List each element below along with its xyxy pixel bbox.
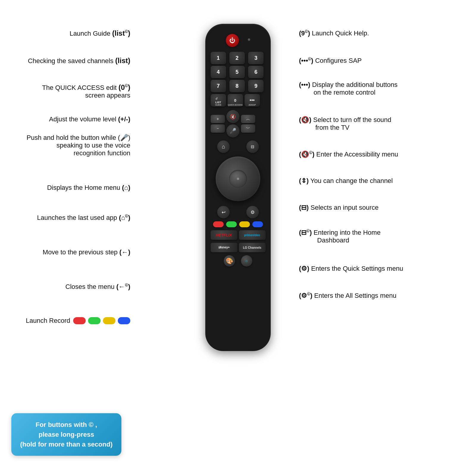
- annotation-close-menu-text: Closes the menu (←©): [65, 283, 130, 290]
- annotation-home-menu-text: Displays the Home menu (⌂): [47, 184, 130, 191]
- annotation-home-dashboard-text: (⊟©) Entering into the Home Dashboard: [299, 229, 381, 244]
- ch-up-button[interactable]: ︿: [241, 115, 255, 123]
- info-box-line3: (hold for more than a second): [18, 439, 114, 449]
- red-button[interactable]: [213, 221, 224, 227]
- scroll-dot: [237, 178, 239, 180]
- info-box-line2: please long-press: [18, 430, 114, 439]
- btn-9[interactable]: 9: [248, 80, 264, 92]
- annotation-accessibility: (🔇©) Enter the Accessibility menu: [299, 150, 448, 158]
- input-button[interactable]: ⊟: [246, 140, 259, 153]
- info-box-line1: For buttons with © ,: [18, 420, 114, 430]
- lg-channels-button[interactable]: LG Channels: [239, 243, 266, 252]
- btn-3[interactable]: 3: [248, 52, 264, 64]
- streaming-row-1: NETFLIX primevideo: [211, 230, 266, 240]
- annotation-volume-text: Adjust the volume level (+/-): [49, 115, 130, 123]
- btn-5[interactable]: 5: [229, 66, 245, 78]
- alexa-button[interactable]: ○: [241, 255, 252, 267]
- scroll-inner: [229, 170, 247, 188]
- record-red: [73, 317, 86, 324]
- info-box: For buttons with © , please long-press (…: [11, 413, 121, 456]
- mic-button[interactable]: 🎤: [226, 124, 239, 137]
- annotation-launch-guide-text: Launch Guide (list©): [70, 30, 130, 37]
- prime-video-button[interactable]: primevideo: [239, 230, 266, 240]
- annotation-checking-channels-text: Checking the saved channels (list): [28, 57, 130, 65]
- assistant-row: 🎨 ○: [211, 255, 266, 267]
- btn-1[interactable]: 1: [211, 52, 226, 64]
- green-button[interactable]: [226, 221, 237, 227]
- record-yellow: [103, 317, 115, 324]
- annotation-quick-settings: (⚙) Enters the Quick Settings menu: [299, 265, 448, 273]
- annotation-mute-text: (🔇) Select to turn off the sound from th…: [299, 116, 391, 131]
- record-blue: [118, 317, 130, 324]
- annotation-prev-step-text: Move to the previous step (←): [43, 248, 130, 256]
- volume-channel-area: ＋ － 🔇 🎤 ︿ ﹀: [211, 110, 266, 137]
- power-button[interactable]: [226, 34, 239, 47]
- btn-6[interactable]: 6: [248, 66, 264, 78]
- btn-4[interactable]: 4: [211, 66, 226, 78]
- annotation-change-channel-text: (⇕) You can change the channel: [299, 177, 393, 184]
- btn-8[interactable]: 8: [229, 80, 245, 92]
- annotation-configures-sap-text: (•••©) Configures SAP: [299, 57, 362, 64]
- vol-up-button[interactable]: ＋: [211, 115, 225, 123]
- annotation-all-settings: (⚙©) Enters the All Settings menu: [299, 292, 448, 300]
- color-buttons: [211, 221, 266, 227]
- annotation-voice-text: Push and hold the button while (🎤)speaki…: [26, 134, 130, 157]
- streaming-row-2: 𝒟isney+ LG Channels: [211, 243, 266, 252]
- annotation-configures-sap: (•••©) Configures SAP: [299, 57, 448, 65]
- home-button[interactable]: ⌂: [217, 140, 230, 153]
- annotation-change-channel: (⇕) You can change the channel: [299, 177, 448, 185]
- disney-plus-button[interactable]: 𝒟isney+: [211, 243, 237, 252]
- annotation-volume: Adjust the volume level (+/-): [11, 115, 130, 123]
- btn-7[interactable]: 7: [211, 80, 226, 92]
- annotation-all-settings-text: (⚙©) Enters the All Settings menu: [299, 292, 396, 299]
- annotation-accessibility-text: (🔇©) Enter the Accessibility menu: [299, 151, 398, 158]
- annotation-quick-access-text: The QUICK ACCESS edit (0©)screen appears: [42, 84, 130, 99]
- annotation-input-source: (⊟) Selects an input source: [299, 204, 448, 212]
- annotation-last-app-text: Launches the last used app (⌂©): [37, 214, 131, 221]
- vol-down-button[interactable]: －: [211, 124, 225, 133]
- annotation-quick-access: The QUICK ACCESS edit (0©)screen appears: [11, 83, 130, 99]
- annotation-input-source-text: (⊟) Selects an input source: [299, 204, 378, 211]
- number-grid: 1 2 3 4 5 6 7 8 9: [211, 52, 266, 92]
- annotation-close-menu: Closes the menu (←©): [11, 283, 130, 291]
- yellow-button[interactable]: [239, 221, 250, 227]
- annotation-quick-help-text: (9©) Launch Quick Help.: [299, 29, 369, 37]
- annotation-checking-channels: Checking the saved channels (list): [11, 57, 130, 65]
- annotation-launch-record-text: Launch Record: [26, 317, 70, 325]
- settings-button[interactable]: ⚙: [246, 206, 259, 218]
- annotation-launch-guide: Launch Guide (list©): [11, 29, 130, 37]
- blue-button[interactable]: [252, 221, 263, 227]
- annotation-additional-buttons: (•••) Display the additional buttons on …: [299, 81, 448, 96]
- scroll-wheel[interactable]: [216, 156, 260, 201]
- record-green: [88, 317, 101, 324]
- annotation-home-dashboard: (⊟©) Entering into the Home Dashboard: [299, 228, 448, 244]
- annotation-quick-help: (9©) Launch Quick Help.: [299, 29, 448, 37]
- btn-list[interactable]: -/LIST GUIDE: [211, 94, 226, 107]
- home-row: ⌂ ⊟: [217, 140, 259, 153]
- annotation-quick-settings-text: (⚙) Enters the Quick Settings menu: [299, 265, 403, 272]
- action-row: ↩ ⚙: [217, 206, 259, 218]
- function-row: -/LIST GUIDE 0 QUICK ACCESS ••• AD/SAP: [211, 94, 266, 107]
- btn-more[interactable]: ••• AD/SAP: [245, 94, 260, 107]
- ch-down-button[interactable]: ﹀: [241, 124, 255, 133]
- back-button[interactable]: ↩: [217, 206, 230, 218]
- annotation-prev-step: Move to the previous step (←): [11, 248, 130, 256]
- annotation-voice: Push and hold the button while (🎤)speaki…: [11, 134, 130, 157]
- annotation-launch-record: Launch Record: [11, 317, 130, 325]
- btn-2[interactable]: 2: [229, 52, 245, 64]
- annotation-mute: (🔇) Select to turn off the sound from th…: [299, 116, 448, 131]
- annotation-last-app: Launches the last used app (⌂©): [11, 214, 130, 222]
- google-assistant-button[interactable]: 🎨: [224, 255, 235, 267]
- netflix-button[interactable]: NETFLIX: [211, 230, 237, 240]
- annotation-home-menu: Displays the Home menu (⌂): [11, 184, 130, 192]
- annotation-additional-buttons-text: (•••) Display the additional buttons on …: [299, 81, 397, 96]
- btn-0[interactable]: 0 QUICK ACCESS: [228, 94, 243, 107]
- mute-button[interactable]: 🔇: [226, 110, 239, 123]
- remote-control: 1 2 3 4 5 6 7 8 9 -/LIST GUIDE 0 QUICK A…: [205, 24, 271, 351]
- record-color-buttons: [73, 317, 130, 324]
